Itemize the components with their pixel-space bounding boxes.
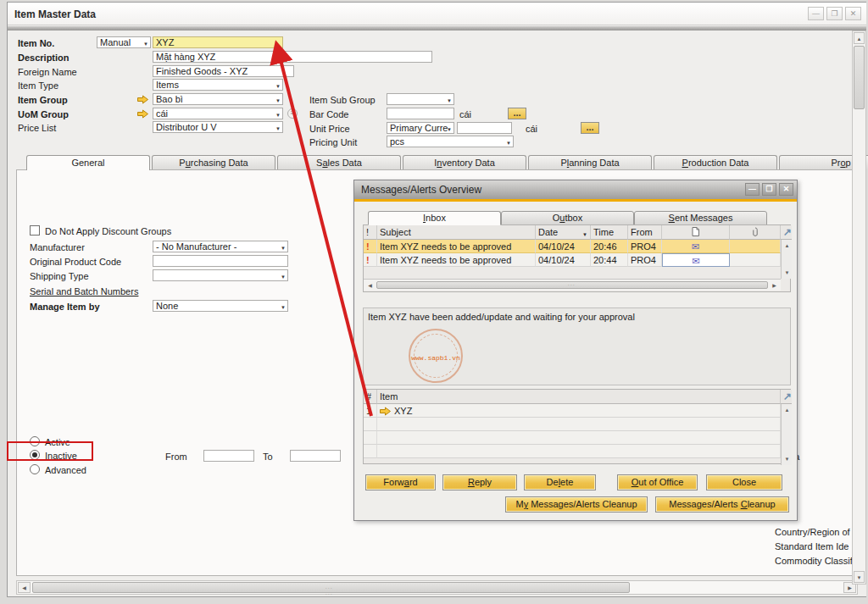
tab-planning-data[interactable]: Planning Data	[528, 155, 652, 169]
scroll-left-icon[interactable]: ◀	[18, 582, 31, 593]
original-product-code-field[interactable]	[153, 255, 288, 267]
inbox-row-date[interactable]: 04/10/24	[536, 253, 591, 267]
inbox-row-attachment-cell[interactable]	[730, 253, 781, 267]
scroll-left-icon[interactable]: ◀	[365, 281, 375, 290]
discount-groups-checkbox[interactable]	[30, 225, 40, 236]
close-icon[interactable]: ✕	[845, 7, 861, 20]
manufacturer-label: Manufacturer	[30, 242, 85, 252]
tab-production-data[interactable]: Production Data	[654, 155, 777, 169]
item-type-dropdown[interactable]: Items	[153, 79, 283, 91]
bar-code-field[interactable]	[387, 108, 454, 119]
out-of-office-button[interactable]: Out of Office	[617, 474, 698, 490]
delete-button[interactable]: Delete	[524, 474, 596, 490]
inbox-row-subject[interactable]: Item XYZ needs to be approved	[377, 240, 536, 253]
tab-outbox[interactable]: Outbox	[501, 211, 634, 225]
close-button[interactable]: Close	[706, 474, 782, 490]
item-sub-group-dropdown[interactable]	[387, 93, 454, 105]
horizontal-scroll-thumb[interactable]: ∙∙∙∙∙∙	[32, 582, 630, 593]
scroll-down-icon[interactable]: ▼	[782, 269, 792, 277]
col-item[interactable]: Item	[377, 390, 781, 404]
maximize-icon[interactable]: ❐	[826, 7, 843, 20]
inbox-expand-corner[interactable]: ↗	[781, 225, 792, 240]
dialog-maximize-icon[interactable]: ❐	[762, 183, 776, 196]
inbox-row-priority[interactable]: !	[364, 240, 377, 253]
dialog-minimize-icon[interactable]: —	[745, 183, 760, 196]
inbox-hscroll-thumb[interactable]: ∙∙∙	[376, 281, 768, 289]
horizontal-scrollbar[interactable]: ◀ ∙∙∙∙∙∙ ▶	[16, 580, 858, 595]
link-arrow-icon[interactable]	[380, 406, 391, 416]
bar-code-more-button[interactable]: ...	[508, 108, 526, 119]
price-list-dropdown[interactable]: Distributor U V	[153, 121, 283, 133]
window-titlebar[interactable]: Item Master Data — ❐ ✕	[8, 3, 866, 25]
col-time[interactable]: Time	[591, 225, 628, 240]
item-group-dropdown[interactable]: Bao bì	[153, 93, 283, 105]
item-row-value[interactable]: XYZ	[377, 404, 781, 418]
tab-general[interactable]: General	[26, 155, 150, 170]
inbox-row-from[interactable]: PRO4	[628, 240, 662, 253]
inbox-row-from[interactable]: PRO4	[628, 253, 662, 267]
inbox-vscroll[interactable]: ▲ ▼	[781, 240, 792, 279]
reply-button[interactable]: Reply	[442, 474, 517, 490]
my-messages-cleanup-button[interactable]: My Messages/Alerts Cleanup	[505, 496, 648, 513]
scroll-right-icon[interactable]: ▶	[770, 281, 779, 290]
from-field[interactable]	[203, 450, 254, 462]
item-no-field[interactable]: XYZ	[153, 36, 283, 48]
item-no-mode-dropdown[interactable]: Manual	[97, 36, 151, 48]
description-field[interactable]: Mặt hàng XYZ	[153, 51, 432, 63]
unit-price-field[interactable]	[457, 122, 512, 134]
forward-button[interactable]: Forward	[365, 474, 436, 490]
col-row-number[interactable]: #	[364, 390, 377, 404]
dialog-titlebar[interactable]: Messages/Alerts Overview — ❐ ✕	[354, 180, 797, 199]
col-attachment[interactable]	[730, 225, 781, 240]
link-arrow-icon[interactable]	[137, 109, 148, 120]
col-priority[interactable]: !	[364, 225, 377, 240]
vertical-scroll-thumb[interactable]	[854, 46, 865, 109]
uom-group-dropdown[interactable]: cái	[153, 108, 283, 119]
inbox-row-message-cell[interactable]: ✉	[662, 240, 730, 253]
scroll-up-icon[interactable]: ▲	[782, 406, 792, 414]
tab-inventory-data[interactable]: Inventory Data	[403, 155, 526, 169]
radio-advanced[interactable]	[30, 464, 40, 474]
dialog-close-icon[interactable]: ✕	[779, 183, 793, 196]
foreign-name-field[interactable]: Finished Goods - XYZ	[153, 65, 294, 77]
scroll-down-icon[interactable]: ▼	[854, 571, 865, 583]
scroll-up-icon[interactable]: ▲	[854, 32, 865, 44]
manage-item-by-dropdown[interactable]: None	[153, 300, 288, 312]
serial-batch-numbers-link[interactable]: Serial and Batch Numbers	[30, 286, 138, 296]
manufacturer-dropdown[interactable]: - No Manufacturer -	[153, 241, 288, 252]
to-field[interactable]	[290, 450, 341, 462]
shipping-type-dropdown[interactable]	[153, 269, 288, 281]
inbox-row-date[interactable]: 04/10/24	[536, 240, 591, 253]
unit-price-currency-dropdown[interactable]: Primary Curre	[387, 122, 454, 134]
col-from[interactable]: From	[628, 225, 662, 240]
link-arrow-icon[interactable]	[137, 95, 148, 106]
col-document[interactable]	[662, 225, 730, 240]
item-row-number[interactable]: 1	[364, 404, 377, 418]
uom-details-icon[interactable]: ≡	[287, 108, 298, 119]
messages-cleanup-button[interactable]: Messages/Alerts Cleanup	[655, 496, 789, 513]
scroll-up-icon[interactable]: ▲	[782, 241, 792, 250]
col-date[interactable]: Date▼	[536, 225, 591, 240]
inbox-row-time[interactable]: 20:44	[591, 253, 628, 267]
col-subject[interactable]: Subject	[377, 225, 536, 240]
description-label: Description	[18, 53, 70, 63]
pricing-unit-dropdown[interactable]: pcs	[387, 136, 514, 147]
message-preview: Item XYZ have been added/update and wait…	[363, 308, 791, 385]
manage-item-by-label: Manage Item by	[30, 302, 100, 312]
item-vscroll[interactable]: ▲ ▼	[781, 404, 792, 465]
inbox-row-priority[interactable]: !	[364, 253, 377, 267]
scroll-down-icon[interactable]: ▼	[782, 455, 792, 463]
unit-price-more-button[interactable]: ...	[581, 122, 599, 134]
inbox-hscroll[interactable]: ◀ ∙∙∙ ▶	[364, 279, 781, 291]
tab-sales-data[interactable]: Sales Data	[277, 155, 401, 169]
inbox-row-message-cell[interactable]: ✉	[662, 253, 730, 267]
item-expand-corner[interactable]: ↗	[781, 390, 792, 404]
tab-inbox[interactable]: Inbox	[368, 211, 501, 225]
inbox-row-attachment-cell[interactable]	[730, 240, 781, 253]
minimize-icon[interactable]: —	[808, 7, 824, 20]
inbox-row-subject[interactable]: Item XYZ needs to be approved	[377, 253, 536, 267]
vertical-scrollbar[interactable]: ▲ ▼	[852, 30, 866, 585]
inbox-row-time[interactable]: 20:46	[591, 240, 628, 253]
tab-sent-messages[interactable]: Sent Messages	[634, 211, 767, 225]
tab-purchasing-data[interactable]: Purchasing Data	[152, 155, 275, 169]
